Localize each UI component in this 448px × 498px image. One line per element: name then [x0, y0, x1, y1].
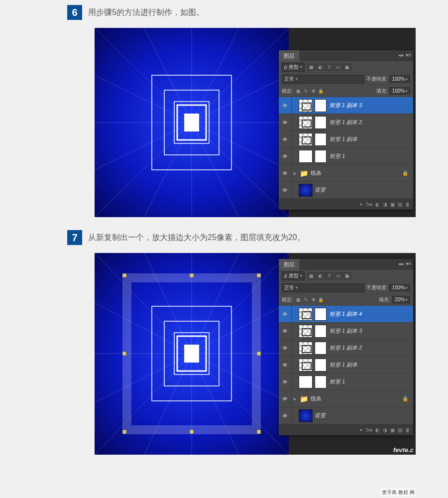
layer-thumbnail[interactable] — [299, 342, 313, 355]
fill-value[interactable]: 100% — [389, 87, 410, 95]
vector-mask-thumbnail[interactable] — [315, 308, 327, 321]
opacity-value[interactable]: 100% — [389, 284, 410, 291]
visibility-toggle-icon[interactable]: 👁 — [279, 390, 292, 407]
panel-collapse-icon[interactable]: ◂◂ — [398, 261, 403, 266]
layer-thumbnail[interactable] — [299, 116, 313, 129]
layer-row[interactable]: 👁背景 — [279, 407, 413, 424]
layer-name[interactable]: 矩形 1 副本 — [330, 135, 357, 143]
filter-type-icon[interactable]: T — [326, 272, 334, 279]
visibility-toggle-icon[interactable]: 👁 — [279, 340, 292, 356]
layer-thumbnail[interactable] — [299, 409, 313, 422]
new-layer-icon[interactable]: ▤ — [398, 202, 402, 207]
layer-row[interactable]: 👁矩形 1 副本 3 — [279, 323, 413, 340]
filter-smart-icon[interactable]: ▣ — [343, 64, 351, 71]
vector-mask-thumbnail[interactable] — [315, 133, 327, 146]
trash-icon[interactable]: 🗑 — [405, 427, 410, 433]
visibility-toggle-icon[interactable]: 👁 — [279, 97, 292, 114]
visibility-toggle-icon[interactable]: 👁 — [279, 114, 292, 130]
layer-name[interactable]: 矩形 1 — [330, 152, 345, 160]
mask-icon[interactable]: ◐ — [375, 202, 380, 207]
adjustment-icon[interactable]: ◑ — [383, 202, 387, 207]
panel-menu-icon[interactable]: ▾≡ — [406, 261, 411, 266]
layer-lock-icon[interactable]: 🔒 — [402, 170, 408, 176]
layer-row[interactable]: 👁矩形 1 副本 — [279, 131, 413, 148]
filter-adjust-icon[interactable]: ◐ — [317, 272, 325, 279]
vector-mask-thumbnail[interactable] — [315, 375, 327, 388]
lock-all-icon[interactable]: 🔒 — [318, 296, 325, 303]
layer-name[interactable]: 矩形 1 副本 4 — [330, 310, 362, 318]
layer-thumbnail[interactable] — [299, 99, 313, 112]
layer-filter-type-dropdown[interactable]: ρ 类型 — [282, 271, 305, 280]
visibility-toggle-icon[interactable]: 👁 — [279, 306, 292, 322]
filter-type-icon[interactable]: T — [326, 64, 334, 71]
vector-mask-thumbnail[interactable] — [315, 116, 327, 129]
layer-row[interactable]: 👁矩形 1 — [279, 374, 413, 390]
layer-name[interactable]: 矩形 1 副本 2 — [330, 119, 362, 126]
fx-icon[interactable]: fx▾ — [366, 427, 372, 433]
visibility-toggle-icon[interactable]: 👁 — [279, 148, 292, 164]
layer-thumbnail[interactable] — [299, 308, 313, 321]
visibility-toggle-icon[interactable]: 👁 — [279, 357, 292, 373]
layer-filter-type-dropdown[interactable]: ρ 类型 — [282, 63, 305, 72]
layer-thumbnail[interactable] — [299, 375, 313, 388]
visibility-toggle-icon[interactable]: 👁 — [279, 323, 292, 339]
lock-all-icon[interactable]: 🔒 — [318, 88, 325, 95]
lock-position-icon[interactable]: ✥ — [310, 296, 317, 303]
fill-value[interactable]: 20% — [392, 296, 410, 303]
layer-row[interactable]: 👁▸📁线条🔒 — [279, 165, 413, 182]
layer-row[interactable]: 👁▸📁线条🔒 — [279, 390, 413, 407]
layer-row[interactable]: 👁矩形 1 副本 4 — [279, 306, 413, 323]
adjustment-icon[interactable]: ◑ — [383, 427, 387, 433]
filter-shape-icon[interactable]: ▭ — [335, 272, 342, 279]
opacity-value[interactable]: 100% — [389, 75, 410, 83]
layer-name[interactable]: 矩形 1 副本 2 — [330, 344, 362, 352]
layer-row[interactable]: 👁矩形 1 副本 2 — [279, 340, 413, 357]
expand-chevron-icon[interactable]: ▸ — [292, 396, 298, 401]
vector-mask-thumbnail[interactable] — [315, 150, 327, 163]
folder-icon[interactable]: ▣ — [390, 427, 395, 433]
layer-row[interactable]: 👁矩形 1 副本 — [279, 357, 413, 374]
visibility-toggle-icon[interactable]: 👁 — [279, 131, 292, 147]
blend-mode-dropdown[interactable]: 正常 — [282, 75, 364, 84]
filter-smart-icon[interactable]: ▣ — [343, 272, 351, 279]
filter-pixel-icon[interactable]: ▦ — [308, 272, 316, 279]
filter-adjust-icon[interactable]: ◐ — [317, 64, 325, 71]
vector-mask-thumbnail[interactable] — [315, 342, 327, 355]
layer-name[interactable]: 线条 — [311, 169, 322, 177]
visibility-toggle-icon[interactable]: 👁 — [279, 374, 292, 390]
lock-transparency-icon[interactable]: ▦ — [295, 296, 302, 303]
trash-icon[interactable]: 🗑 — [405, 202, 410, 207]
layer-name[interactable]: 背景 — [315, 412, 326, 419]
lock-brush-icon[interactable]: ✎ — [303, 296, 310, 303]
layers-panel-tab[interactable]: 图层 — [279, 259, 300, 270]
layer-lock-icon[interactable]: 🔒 — [402, 396, 408, 401]
link-layers-icon[interactable]: ⚭ — [359, 427, 363, 433]
layer-name[interactable]: 矩形 1 副本 — [330, 361, 357, 369]
layer-name[interactable]: 矩形 1 副本 3 — [330, 327, 362, 335]
mask-icon[interactable]: ◐ — [375, 427, 380, 433]
panel-collapse-icon[interactable]: ◂◂ — [398, 52, 403, 58]
layer-row[interactable]: 👁矩形 1 — [279, 148, 413, 165]
lock-transparency-icon[interactable]: ▦ — [295, 88, 302, 95]
layer-name[interactable]: 矩形 1 副本 3 — [330, 102, 362, 109]
layer-row[interactable]: 👁矩形 1 副本 3 — [279, 97, 413, 114]
fx-icon[interactable]: fx▾ — [366, 202, 372, 207]
expand-chevron-icon[interactable]: ▸ — [292, 171, 298, 176]
layer-row[interactable]: 👁背景 — [279, 182, 413, 199]
panel-menu-icon[interactable]: ▾≡ — [406, 52, 411, 58]
lock-brush-icon[interactable]: ✎ — [303, 88, 310, 95]
layer-thumbnail[interactable] — [299, 184, 313, 197]
filter-pixel-icon[interactable]: ▦ — [308, 64, 316, 71]
blend-mode-dropdown[interactable]: 正常 — [282, 283, 364, 292]
new-layer-icon[interactable]: ▤ — [398, 427, 402, 433]
layer-row[interactable]: 👁矩形 1 副本 2 — [279, 114, 413, 131]
layer-thumbnail[interactable] — [299, 325, 313, 338]
layer-name[interactable]: 背景 — [315, 186, 326, 194]
layers-panel-tab[interactable]: 图层 — [279, 50, 300, 61]
filter-shape-icon[interactable]: ▭ — [335, 64, 342, 71]
layer-thumbnail[interactable] — [299, 150, 313, 163]
layer-name[interactable]: 线条 — [311, 395, 322, 402]
visibility-toggle-icon[interactable]: 👁 — [279, 182, 292, 198]
vector-mask-thumbnail[interactable] — [315, 99, 327, 112]
lock-position-icon[interactable]: ✥ — [310, 88, 317, 95]
